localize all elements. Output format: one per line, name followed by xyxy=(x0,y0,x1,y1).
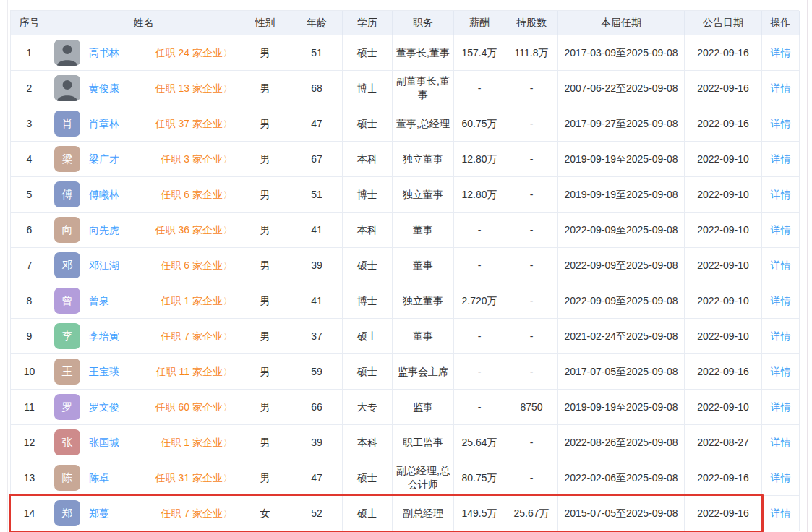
companies-link[interactable]: 任职 37 家企业〉 xyxy=(155,117,233,131)
detail-link[interactable]: 详情 xyxy=(771,46,791,60)
companies-link[interactable]: 任职 7 家企业〉 xyxy=(161,330,233,343)
cell-salary: 80.75万 xyxy=(454,460,505,496)
companies-label: 任职 7 家企业 xyxy=(161,330,223,343)
companies-link[interactable]: 任职 60 家企业〉 xyxy=(155,400,233,414)
row-index: 3 xyxy=(27,117,33,131)
person-name-link[interactable]: 肖章林 xyxy=(89,117,119,131)
cell-education: 硕士 xyxy=(343,248,393,283)
cell-action: 详情 xyxy=(762,177,800,213)
person-name-link[interactable]: 高书林 xyxy=(89,46,119,60)
cell-name: 向 向先虎 任职 36 家企业〉 xyxy=(48,213,239,248)
avatar: 陈 xyxy=(54,465,80,491)
cell-gender: 男 xyxy=(239,248,291,283)
table-row: 12 张 张国城 任职 1 家企业〉 男 39 本科 职工监事 25.64万 -… xyxy=(11,425,799,460)
detail-link[interactable]: 详情 xyxy=(771,365,791,379)
cell-age: 39 xyxy=(291,248,343,283)
cell-gender: 男 xyxy=(239,142,291,177)
detail-link[interactable]: 详情 xyxy=(771,188,791,202)
companies-link[interactable]: 任职 6 家企业〉 xyxy=(161,188,233,202)
detail-link[interactable]: 详情 xyxy=(771,294,791,308)
cell-gender: 男 xyxy=(239,106,291,142)
cell-age: 66 xyxy=(291,390,343,425)
row-index: 11 xyxy=(24,400,35,414)
companies-link[interactable]: 任职 3 家企业〉 xyxy=(161,153,233,166)
scrollbar-track[interactable] xyxy=(807,0,808,532)
cell-term: 2015-07-05至2025-09-08 xyxy=(558,496,685,531)
companies-link[interactable]: 任职 31 家企业〉 xyxy=(155,471,233,485)
person-name-link[interactable]: 罗文俊 xyxy=(89,400,119,414)
cell-gender: 女 xyxy=(239,496,291,531)
companies-link[interactable]: 任职 13 家企业〉 xyxy=(155,82,233,95)
cell-action: 详情 xyxy=(762,460,800,496)
detail-link[interactable]: 详情 xyxy=(771,82,791,95)
person-name-link[interactable]: 邓江湖 xyxy=(89,259,119,273)
cell-age: 39 xyxy=(291,425,343,460)
cell-index: 6 xyxy=(11,213,48,248)
companies-link[interactable]: 任职 24 家企业〉 xyxy=(155,46,233,60)
cell-announce-date: 2022-09-10 xyxy=(685,319,762,354)
cell-salary: - xyxy=(454,213,505,248)
table-row: 5 傅 傅曦林 任职 6 家企业〉 男 51 博士 独立董事 12.80万 - … xyxy=(11,177,799,213)
cell-term: 2022-09-09至2025-09-08 xyxy=(558,248,685,283)
companies-link[interactable]: 任职 36 家企业〉 xyxy=(155,223,233,237)
cell-education: 硕士 xyxy=(343,106,393,142)
person-name-link[interactable]: 向先虎 xyxy=(89,223,119,237)
person-name-link[interactable]: 郑蔓 xyxy=(89,507,109,520)
cell-action: 详情 xyxy=(762,496,800,531)
cell-name: 梁 梁广才 任职 3 家企业〉 xyxy=(48,142,239,177)
cell-age: 47 xyxy=(291,106,343,142)
chevron-right-icon: 〉 xyxy=(223,151,231,167)
person-name-link[interactable]: 张国城 xyxy=(89,436,119,450)
cell-age: 59 xyxy=(291,354,343,390)
companies-link[interactable]: 任职 7 家企业〉 xyxy=(161,507,233,520)
person-name-link[interactable]: 梁广才 xyxy=(89,153,119,166)
detail-link[interactable]: 详情 xyxy=(771,436,791,450)
row-index: 8 xyxy=(27,294,33,308)
person-name-link[interactable]: 黄俊康 xyxy=(89,82,119,95)
table-row: 3 肖 肖章林 任职 37 家企业〉 男 47 硕士 董事,总经理 60.75万… xyxy=(11,106,799,142)
cell-salary: - xyxy=(454,354,505,390)
cell-name: 王 王宝瑛 任职 11 家企业〉 xyxy=(48,354,239,390)
cell-education: 本科 xyxy=(343,213,393,248)
table-row: 11 罗 罗文俊 任职 60 家企业〉 男 66 大专 监事 - 8750 20… xyxy=(11,390,799,425)
cell-term: 2021-02-24至2025-09-08 xyxy=(558,319,685,354)
companies-link[interactable]: 任职 1 家企业〉 xyxy=(161,436,233,450)
detail-link[interactable]: 详情 xyxy=(771,117,791,131)
companies-link[interactable]: 任职 11 家企业〉 xyxy=(156,365,233,379)
person-name-link[interactable]: 李培寅 xyxy=(89,330,119,343)
cell-announce-date: 2022-09-16 xyxy=(685,35,762,71)
detail-link[interactable]: 详情 xyxy=(771,153,791,166)
detail-link[interactable]: 详情 xyxy=(771,471,791,485)
col-header-gender: 性别 xyxy=(239,11,291,35)
person-name-link[interactable]: 曾泉 xyxy=(89,294,109,308)
cell-position: 副董事长,董事 xyxy=(393,71,454,106)
companies-link[interactable]: 任职 1 家企业〉 xyxy=(161,294,233,308)
companies-link[interactable]: 任职 6 家企业〉 xyxy=(161,259,233,273)
cell-index: 5 xyxy=(11,177,48,213)
cell-education: 本科 xyxy=(343,142,393,177)
cell-index: 10 xyxy=(11,354,48,390)
cell-age: 51 xyxy=(291,35,343,71)
avatar: 肖 xyxy=(54,111,80,137)
detail-link[interactable]: 详情 xyxy=(771,507,791,520)
col-header-salary: 薪酬 xyxy=(454,11,505,35)
cell-shares: - xyxy=(505,283,558,319)
person-name-link[interactable]: 王宝瑛 xyxy=(89,365,119,379)
cell-name: 傅 傅曦林 任职 6 家企业〉 xyxy=(48,177,239,213)
detail-link[interactable]: 详情 xyxy=(771,400,791,414)
chevron-right-icon: 〉 xyxy=(223,186,231,202)
cell-announce-date: 2022-09-10 xyxy=(685,390,762,425)
cell-shares: - xyxy=(505,425,558,460)
cell-index: 14 xyxy=(11,496,48,531)
detail-link[interactable]: 详情 xyxy=(771,259,791,273)
person-name-link[interactable]: 傅曦林 xyxy=(89,188,119,202)
detail-link[interactable]: 详情 xyxy=(771,223,791,237)
companies-label: 任职 6 家企业 xyxy=(161,259,223,273)
cell-name: 郑 郑蔓 任职 7 家企业〉 xyxy=(48,496,239,531)
col-header-index: 序号 xyxy=(11,11,48,35)
cell-announce-date: 2022-09-16 xyxy=(685,354,762,390)
person-name-link[interactable]: 陈卓 xyxy=(89,471,109,485)
cell-salary: - xyxy=(454,390,505,425)
detail-link[interactable]: 详情 xyxy=(771,330,791,343)
cell-announce-date: 2022-08-27 xyxy=(685,425,762,460)
